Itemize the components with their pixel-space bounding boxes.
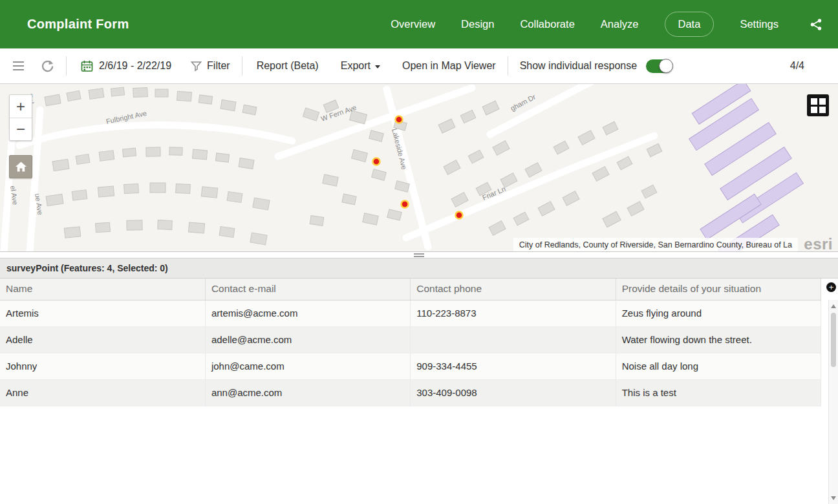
cell-name[interactable]: Johnny: [0, 353, 205, 379]
survey-point-marker[interactable]: [373, 158, 380, 165]
tab-settings[interactable]: Settings: [740, 18, 779, 30]
triangle-up-icon: [831, 304, 836, 308]
filter-button[interactable]: Filter: [207, 60, 230, 72]
refresh-icon[interactable]: [41, 59, 54, 73]
triangle-down-icon: [831, 496, 836, 500]
survey-point-marker[interactable]: [402, 201, 409, 208]
grid-icon: [811, 98, 817, 105]
individual-response-toggle[interactable]: [646, 59, 672, 73]
cell-email[interactable]: john@came.com: [205, 353, 410, 379]
cell-phone[interactable]: 110-223-8873: [411, 300, 616, 326]
home-icon: [15, 161, 27, 173]
data-toolbar: 2/6/19 - 2/22/19 Filter Report (Beta) Ex…: [0, 48, 838, 84]
column-header-phone[interactable]: Contact phone: [411, 278, 616, 300]
cell-email[interactable]: artemis@acme.com: [205, 300, 410, 326]
open-in-map-viewer-button[interactable]: Open in Map Viewer: [402, 60, 496, 72]
toggle-knob: [659, 59, 673, 73]
column-header-name[interactable]: Name: [0, 278, 205, 300]
layer-summary-bar: surveyPoint (Features: 4, Selected: 0): [0, 258, 838, 278]
toolbar-divider: [508, 56, 508, 76]
basemap-grid-button[interactable]: [807, 94, 829, 116]
app-header: Complaint Form Overview Design Collabora…: [0, 0, 838, 48]
cell-phone[interactable]: [411, 326, 616, 353]
cell-name[interactable]: Anne: [0, 379, 205, 406]
cell-name[interactable]: Artemis: [0, 300, 205, 326]
page-title: Complaint Form: [27, 17, 129, 32]
survey-point-marker[interactable]: [396, 116, 403, 123]
export-label: Export: [341, 60, 371, 72]
table-row[interactable]: Artemis artemis@acme.com 110-223-8873 Ze…: [0, 300, 821, 326]
table-row[interactable]: Anne ann@acme.com 303-409-0098 This is a…: [0, 379, 821, 406]
table-row[interactable]: Adelle adelle@acme.com Water flowing dow…: [0, 326, 821, 353]
more-columns-button[interactable]: +: [826, 282, 836, 292]
map-view[interactable]: Fulbright Ave W Fern Ave Lakeside Ave Fr…: [0, 84, 838, 252]
cell-details[interactable]: Zeus flying around: [616, 300, 821, 326]
table-row[interactable]: Johnny john@came.com 909-334-4455 Noise …: [0, 353, 821, 379]
column-header-details[interactable]: Provide details of your situation: [616, 278, 821, 300]
app-window: Complaint Form Overview Design Collabora…: [0, 0, 838, 504]
grip-icon: [414, 253, 424, 257]
toolbar-divider: [66, 56, 67, 76]
map-attribution: City of Redlands, County of Riverside, S…: [513, 238, 798, 251]
map-canvas[interactable]: Fulbright Ave W Fern Ave Lakeside Ave Fr…: [0, 84, 838, 252]
cell-details[interactable]: Water flowing down the street.: [616, 326, 821, 353]
tab-overview[interactable]: Overview: [391, 18, 435, 30]
date-range-button[interactable]: 2/6/19 - 2/22/19: [99, 60, 171, 72]
esri-logo: esri: [804, 235, 833, 252]
cell-email[interactable]: adelle@acme.com: [205, 326, 410, 353]
cell-details[interactable]: This is a test: [616, 379, 821, 406]
tab-data[interactable]: Data: [665, 12, 714, 37]
grid-icon: [811, 107, 817, 113]
cell-phone[interactable]: 303-409-0098: [411, 379, 616, 406]
table-header-row: Name Contact e-mail Contact phone Provid…: [0, 278, 821, 300]
tab-design[interactable]: Design: [461, 18, 494, 30]
chevron-down-icon: [375, 65, 380, 68]
feature-table: Name Contact e-mail Contact phone Provid…: [0, 278, 821, 406]
cell-phone[interactable]: 909-334-4455: [411, 353, 616, 379]
show-individual-response-label: Show individual response: [520, 60, 637, 72]
grid-icon: [819, 98, 826, 105]
record-count: 4/4: [790, 60, 804, 72]
cell-name[interactable]: Adelle: [0, 326, 205, 353]
main-nav: Overview Design Collaborate Analyze Data…: [391, 12, 822, 37]
zoom-out-button[interactable]: −: [10, 118, 32, 140]
menu-icon[interactable]: [13, 61, 24, 70]
tab-collaborate[interactable]: Collaborate: [520, 18, 574, 30]
survey-point-marker[interactable]: [456, 212, 463, 219]
scroll-up-arrow[interactable]: [829, 301, 838, 311]
calendar-icon[interactable]: [81, 60, 93, 72]
zoom-control: + −: [9, 94, 32, 141]
cell-email[interactable]: ann@acme.com: [205, 379, 410, 406]
filter-icon[interactable]: [191, 61, 202, 72]
panel-resize-handle[interactable]: [0, 252, 838, 258]
report-beta-button[interactable]: Report (Beta): [257, 60, 319, 72]
vertical-scrollbar[interactable]: [828, 300, 838, 504]
cell-details[interactable]: Noise all day long: [616, 353, 821, 379]
grid-icon: [819, 107, 826, 113]
column-header-email[interactable]: Contact e-mail: [205, 278, 410, 300]
share-icon[interactable]: [810, 18, 822, 31]
scrollbar-thumb[interactable]: [831, 313, 836, 367]
zoom-in-button[interactable]: +: [10, 95, 32, 118]
home-extent-button[interactable]: [9, 155, 32, 178]
scroll-down-arrow[interactable]: [829, 493, 838, 503]
toolbar-divider: [242, 56, 242, 76]
tab-analyze[interactable]: Analyze: [601, 18, 639, 30]
export-dropdown[interactable]: Export: [341, 60, 380, 72]
